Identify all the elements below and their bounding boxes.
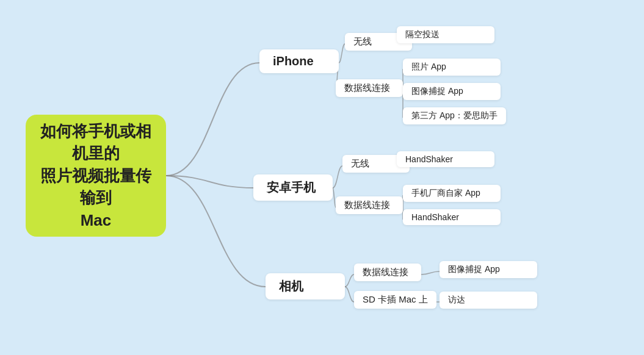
node-android: 安卓手机 [253,174,333,201]
node-iphone-3rd: 第三方 App：爱思助手 [403,107,506,124]
node-camera-cable: 数据线连接 [354,264,421,281]
node-iphone-capture: 图像捕捉 App [403,83,501,100]
mindmap: 如何将手机或相机里的照片视频批量传输到Mac iPhone无线隔空投送数据线连接… [0,0,644,355]
node-iphone: iPhone [259,49,339,73]
node-android-vendor: 手机厂商自家 App [403,185,501,202]
node-android-handshaker-c: HandShaker [403,209,501,225]
node-camera-finder: 访达 [440,292,537,309]
center-node: 如何将手机或相机里的照片视频批量传输到Mac [26,115,166,237]
node-android-handshaker-w: HandShaker [397,151,494,167]
node-camera-sd: SD 卡插 Mac 上 [354,291,436,309]
node-iphone-cable: 数据线连接 [336,79,403,97]
node-android-cable: 数据线连接 [336,196,403,214]
node-iphone-photos: 照片 App [403,59,501,76]
center-label: 如何将手机或相机里的照片视频批量传输到Mac [35,120,156,231]
node-camera-capture: 图像捕捉 App [440,261,537,278]
node-camera: 相机 [266,273,345,299]
node-iphone-airdrop: 隔空投送 [397,26,494,43]
